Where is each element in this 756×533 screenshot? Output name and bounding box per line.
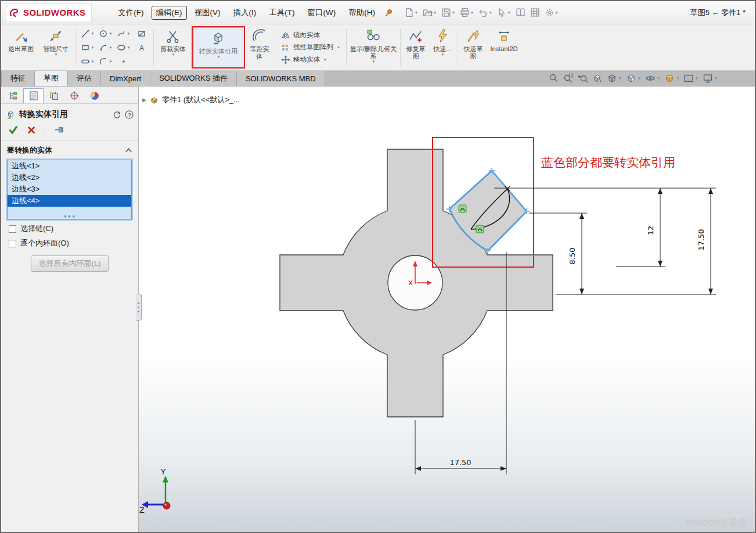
fillet-tool[interactable]: ▼	[96, 55, 114, 69]
dropdown-caret-icon[interactable]: ▼	[695, 77, 699, 80]
listbox-item-selected[interactable]: 边线<4>	[8, 195, 131, 207]
dropdown-caret-icon[interactable]: ▼	[676, 77, 679, 80]
undo-button[interactable]: ▼	[477, 6, 494, 19]
menu-edit[interactable]: 编辑(E)	[152, 6, 187, 20]
exit-sketch-button[interactable]: 退出草图	[3, 26, 38, 69]
dropdown-caret-icon[interactable]: ▼	[91, 60, 95, 63]
checkbox-box[interactable]	[9, 240, 16, 247]
model-scene[interactable]: 蓝色部分都要转实体引用 8.50	[139, 91, 755, 530]
property-manager-tab[interactable]	[23, 88, 44, 103]
repair-sketch-button[interactable]: 修复草图	[402, 26, 429, 69]
collapse-chevron-icon[interactable]	[125, 147, 132, 153]
open-document-button[interactable]: ▼	[421, 6, 438, 19]
smart-dimension-button[interactable]: 智能尺寸 ▼	[38, 26, 73, 69]
tab-features[interactable]: 特征	[1, 71, 35, 86]
offset-entities-button[interactable]: 等距实体	[246, 26, 273, 69]
rectangle-tool[interactable]: ▼	[78, 41, 96, 55]
display-delete-relations-button[interactable]: 显示/删除几何关系 ▼	[348, 26, 398, 69]
dropdown-caret-icon[interactable]: ▼	[109, 60, 113, 63]
tab-solidworks-mbd[interactable]: SOLIDWORKS MBD	[237, 71, 325, 86]
dropdown-caret-icon[interactable]: ▼	[657, 77, 660, 80]
text-tool[interactable]: A	[132, 41, 150, 55]
dropdown-caret-icon[interactable]: ▼	[91, 46, 95, 49]
view-orientation-button[interactable]: ▼	[607, 73, 622, 84]
listbox-resize-grip[interactable]: ● ● ●	[8, 214, 131, 219]
rapid-sketch-button[interactable]: 快速草图	[460, 26, 487, 69]
dropdown-caret-icon[interactable]: ▼	[127, 46, 131, 49]
plane-tool[interactable]	[132, 27, 150, 41]
menu-tools[interactable]: 工具(T)	[264, 5, 300, 20]
dropdown-caret-icon[interactable]: ▼	[172, 53, 175, 56]
breadcrumb[interactable]: ▶ 零件1 (默认<<默认>_...	[142, 95, 240, 105]
tab-solidworks-addins[interactable]: SOLIDWORKS 插件	[150, 71, 237, 86]
dropdown-caret-icon[interactable]: ▼	[618, 77, 622, 80]
dropdown-caret-icon[interactable]: ▼	[507, 11, 511, 15]
dropdown-caret-icon[interactable]: ▼	[433, 11, 437, 15]
slot-tool[interactable]: ▼	[78, 55, 96, 69]
dropdown-caret-icon[interactable]: ▼	[372, 60, 375, 63]
new-document-button[interactable]: ▼	[402, 6, 420, 19]
dropdown-caret-icon[interactable]: ▼	[217, 55, 221, 59]
ellipse-tool[interactable]: ▼	[114, 41, 132, 55]
menu-file[interactable]: 文件(F)	[113, 5, 149, 20]
dropdown-caret-icon[interactable]: ▼	[91, 32, 95, 35]
quick-snaps-button[interactable]: 快速... ▼	[429, 26, 456, 69]
tab-dimxpert[interactable]: DimXpert	[101, 71, 150, 86]
select-button[interactable]: ▼	[495, 6, 513, 19]
message-expand-icon[interactable]	[113, 110, 121, 119]
instant2d-button[interactable]: Instant2D	[487, 26, 521, 69]
menu-insert[interactable]: 插入(I)	[228, 5, 262, 20]
breadcrumb-text[interactable]: 零件1 (默认<<默认>_...	[162, 95, 240, 105]
dimension-17-50-right[interactable]: 17.50	[697, 188, 713, 294]
dropdown-caret-icon[interactable]: ▼	[415, 11, 418, 15]
print-button[interactable]: ▼	[458, 6, 476, 19]
convert-entities-button[interactable]: 转换实体引用 ▼	[193, 27, 243, 67]
dimension-12[interactable]: 12	[646, 188, 663, 266]
view-settings-button[interactable]: ▼	[703, 73, 718, 84]
inner-loops-checkbox[interactable]: 逐个内环面(O)	[1, 234, 138, 249]
dropdown-caret-icon[interactable]: ▼	[337, 46, 340, 49]
flyout-tree-arrow-icon[interactable]: ▶	[142, 97, 146, 103]
hide-show-items-button[interactable]: ▼	[645, 73, 660, 84]
panel-splitter[interactable]	[136, 294, 142, 320]
dropdown-caret-icon[interactable]: ▼	[714, 77, 718, 80]
dimension-17-50-bottom[interactable]: 17.50	[415, 458, 506, 471]
dropdown-caret-icon[interactable]: ▼	[109, 32, 113, 35]
menu-view[interactable]: 视图(V)	[189, 5, 226, 20]
apply-scene-button[interactable]: ▼	[683, 73, 699, 84]
display-manager-tab[interactable]	[84, 88, 105, 103]
previous-view-button[interactable]	[578, 73, 588, 84]
move-entities-button[interactable]: 移动实体 ▼	[278, 55, 343, 65]
relation-badge-icon[interactable]	[476, 225, 484, 233]
dimension-8-50[interactable]: 8.50	[568, 213, 584, 294]
circle-tool[interactable]: ▼	[96, 27, 114, 41]
relation-badge-icon[interactable]	[459, 205, 466, 213]
zoom-fit-button[interactable]	[549, 73, 559, 84]
edit-appearance-button[interactable]: ▼	[664, 73, 679, 84]
graphics-area[interactable]: ▶ 零件1 (默认<<默认>_...	[139, 87, 755, 532]
zoom-area-button[interactable]	[563, 73, 574, 84]
display-style-button[interactable]: ▼	[626, 73, 641, 84]
dropdown-caret-icon[interactable]: ▼	[489, 11, 492, 15]
tab-evaluate[interactable]: 评估	[68, 71, 101, 86]
select-all-inner-loops-button[interactable]: 选择所有内环面(L)	[31, 255, 109, 272]
tab-sketch[interactable]: 草图	[35, 71, 68, 86]
listbox-item[interactable]: 边线<3>	[8, 183, 131, 195]
dropdown-caret-icon[interactable]: ▼	[555, 11, 559, 15]
save-button[interactable]: ▼	[440, 6, 457, 19]
help-icon[interactable]: ?	[125, 110, 134, 119]
dropdown-caret-icon[interactable]: ▼	[55, 53, 58, 56]
dropdown-caret-icon[interactable]: ▼	[109, 46, 113, 49]
line-tool[interactable]: ▼	[78, 27, 96, 41]
menu-window[interactable]: 窗口(W)	[303, 5, 341, 20]
arc-tool[interactable]: ▼	[96, 41, 114, 55]
dropdown-caret-icon[interactable]: ▼	[441, 53, 444, 56]
point-tool[interactable]	[114, 55, 132, 69]
ok-check-button[interactable]	[8, 125, 18, 135]
mirror-entities-button[interactable]: 镜向实体	[278, 30, 343, 41]
menu-help[interactable]: 帮助(H)	[343, 5, 380, 20]
dropdown-caret-icon[interactable]: ▼	[452, 11, 455, 15]
feature-manager-tab[interactable]	[3, 88, 23, 103]
dropdown-caret-icon[interactable]: ▼	[127, 32, 131, 35]
pin-menu-icon[interactable]	[384, 8, 393, 17]
